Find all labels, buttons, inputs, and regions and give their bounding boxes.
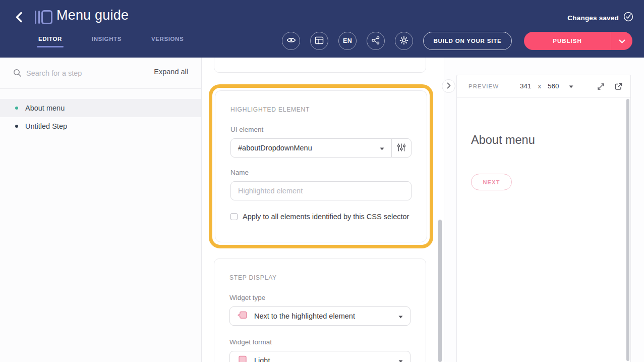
widget-format-select[interactable]: Light [229, 351, 411, 362]
build-on-your-site-button[interactable]: BUILD ON YOUR SITE [423, 32, 512, 50]
publish-split-button: PUBLISH [524, 32, 632, 50]
highlighted-section-outline: HIGHLIGHTED ELEMENT UI element #aboutDro… [209, 84, 433, 248]
highlighted-element-card: HIGHLIGHTED ELEMENT UI element #aboutDro… [215, 90, 427, 242]
selector-settings-button[interactable] [392, 139, 411, 157]
chevron-down-icon [619, 37, 625, 45]
step-status-dot [15, 125, 18, 128]
preview-height-value: 560 [548, 82, 559, 90]
nav-actions: EN [282, 32, 632, 50]
ui-element-label: UI element [230, 126, 412, 133]
app: Menu guide Changes saved EDITOR INSIGHTS… [0, 0, 644, 362]
tab-insights[interactable]: INSIGHTS [91, 36, 122, 42]
preview-next-button[interactable]: NEXT [471, 174, 512, 190]
size-separator: x [538, 82, 542, 90]
settings-button[interactable] [395, 32, 413, 50]
step-search-input[interactable] [25, 66, 126, 80]
step-list: About menu Untitled Step [0, 99, 201, 135]
step-item-about-menu[interactable]: About menu [0, 99, 201, 117]
eye-icon [286, 35, 296, 46]
preview-size-select[interactable]: 341 x 560 [520, 81, 573, 90]
step-label: Untitled Step [25, 122, 67, 130]
section-title: HIGHLIGHTED ELEMENT [230, 106, 412, 113]
save-status-text: Changes saved [567, 14, 619, 22]
chevron-left-icon [14, 17, 25, 25]
save-status: Changes saved [567, 12, 633, 24]
chevron-right-icon [447, 82, 451, 90]
preview-title: PREVIEW [469, 83, 499, 89]
preview-scrollbar[interactable] [626, 99, 629, 361]
widget-type-value: Next to the highlighted element [254, 312, 355, 320]
apply-all-checkbox-row[interactable]: Apply to all elements identified by this… [230, 213, 412, 221]
layout-button[interactable] [310, 32, 328, 50]
widget-type-label: Widget type [229, 294, 411, 301]
preview-step-heading: About menu [471, 133, 535, 147]
gear-icon [399, 36, 408, 46]
caret-down-icon [569, 81, 573, 90]
top-navbar: Menu guide Changes saved EDITOR INSIGHTS… [0, 0, 644, 58]
preview-viewport: About menu NEXT [457, 98, 630, 362]
step-display-card: STEP DISPLAY Widget type Next to the hig… [214, 258, 426, 362]
tab-versions[interactable]: VERSIONS [151, 36, 184, 42]
highlighted-element-name-input[interactable] [230, 181, 412, 200]
preview-eye-button[interactable] [282, 32, 300, 50]
nav-tabs: EDITOR INSIGHTS VERSIONS [38, 36, 184, 42]
page-title: Menu guide [56, 8, 129, 23]
open-preview-external-button[interactable] [614, 82, 623, 93]
check-circle-icon [623, 12, 633, 24]
step-editor: HIGHLIGHTED ELEMENT UI element #aboutDro… [202, 58, 444, 362]
steps-sidebar: Expand all About menu Untitled Step [0, 58, 202, 362]
expand-all-button[interactable]: Expand all [154, 68, 188, 76]
publish-button[interactable]: PUBLISH [524, 32, 611, 50]
expand-arrows-icon [596, 82, 606, 93]
tooltip-widget-icon [237, 311, 248, 322]
share-button[interactable] [367, 32, 385, 50]
tab-editor[interactable]: EDITOR [38, 36, 63, 42]
ui-element-value: #aboutDropdownMenu [238, 144, 312, 152]
section-title: STEP DISPLAY [229, 274, 411, 281]
widget-format-value: Light [254, 356, 270, 362]
layout-icon [315, 36, 324, 46]
guide-logo-icon [34, 9, 52, 25]
widget-format-label: Widget format [229, 338, 411, 346]
step-status-dot [15, 107, 18, 110]
step-label: About menu [25, 104, 65, 112]
preview-panel: PREVIEW 341 x 560 [456, 75, 631, 362]
widget-type-select[interactable]: Next to the highlighted element [229, 306, 411, 326]
caret-down-icon [398, 312, 403, 321]
caret-down-icon [398, 356, 403, 362]
caret-down-icon [380, 143, 384, 152]
ui-element-control: #aboutDropdownMenu [230, 138, 412, 158]
back-button[interactable] [12, 11, 26, 25]
name-label: Name [230, 169, 412, 176]
collapse-preview-button[interactable] [442, 79, 455, 93]
preview-width-value: 341 [520, 82, 532, 90]
checkbox-label: Apply to all elements identified by this… [243, 213, 409, 221]
publish-dropdown-button[interactable] [611, 32, 632, 50]
external-link-icon [614, 82, 623, 93]
share-icon [371, 36, 380, 46]
language-button[interactable]: EN [338, 32, 357, 50]
preview-fullscreen-button[interactable] [596, 82, 606, 93]
sliders-icon [397, 143, 406, 153]
ui-element-select[interactable]: #aboutDropdownMenu [231, 139, 391, 157]
step-item-untitled-step[interactable]: Untitled Step [0, 117, 201, 135]
checkbox[interactable] [230, 213, 238, 220]
preview-header: PREVIEW 341 x 560 [457, 75, 630, 98]
step-search-row: Expand all [0, 58, 201, 89]
language-badge: EN [343, 37, 352, 44]
search-icon [13, 69, 22, 79]
format-widget-icon [237, 355, 248, 362]
editor-scrollbar[interactable] [438, 220, 442, 362]
